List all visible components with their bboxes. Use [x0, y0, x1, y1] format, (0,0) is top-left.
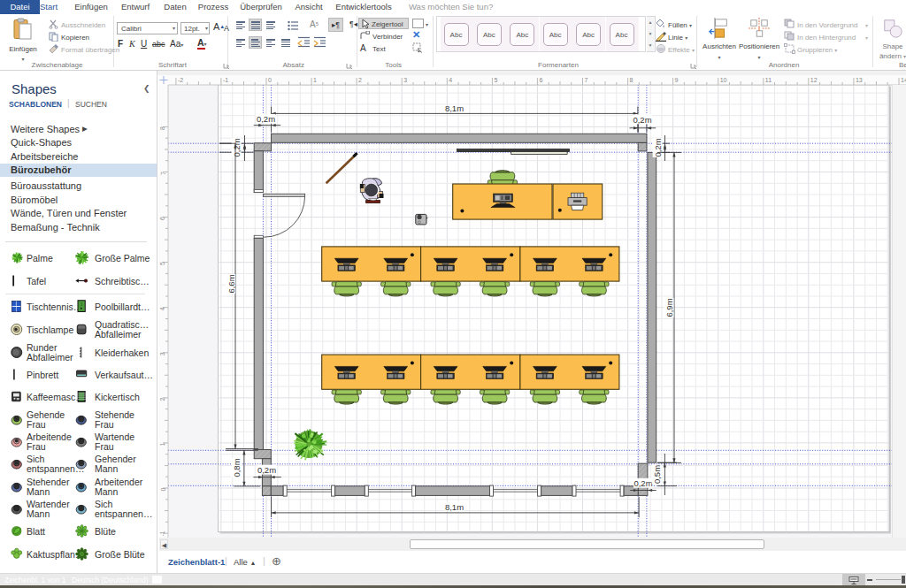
svg-text:1: 1 — [313, 77, 317, 83]
svg-text:0: 0 — [160, 488, 166, 492]
svg-text:0,2m: 0,2m — [633, 115, 651, 125]
svg-text:-1: -1 — [160, 531, 166, 536]
svg-text:0,5m: 0,5m — [652, 465, 662, 484]
svg-text:7: 7 — [585, 77, 588, 83]
svg-text:2: 2 — [358, 77, 362, 83]
svg-text:6: 6 — [539, 77, 542, 83]
svg-text:2: 2 — [160, 397, 166, 401]
svg-text:3: 3 — [160, 352, 166, 355]
svg-text:8,1m: 8,1m — [445, 103, 464, 113]
svg-text:14: 14 — [901, 77, 906, 83]
svg-text:10: 10 — [720, 77, 727, 83]
svg-text:7: 7 — [160, 172, 166, 175]
svg-text:1: 1 — [160, 442, 166, 446]
svg-text:3: 3 — [403, 77, 407, 83]
svg-text:0,2m: 0,2m — [257, 465, 276, 475]
svg-text:9: 9 — [675, 77, 679, 83]
svg-text:8: 8 — [160, 126, 166, 130]
svg-text:4: 4 — [449, 77, 452, 83]
svg-text:0,8m: 0,8m — [232, 458, 242, 477]
svg-text:5: 5 — [160, 262, 166, 265]
svg-text:0,2m: 0,2m — [633, 478, 652, 488]
svg-text:8,1m: 8,1m — [445, 502, 464, 512]
svg-text:6: 6 — [160, 217, 166, 220]
svg-text:8: 8 — [630, 77, 633, 83]
svg-text:4: 4 — [160, 307, 166, 310]
svg-text:12: 12 — [810, 77, 818, 83]
svg-text:0,2m: 0,2m — [232, 138, 242, 157]
svg-text:6,6m: 6,6m — [226, 274, 236, 293]
svg-text:6,9m: 6,9m — [664, 298, 674, 317]
svg-text:11: 11 — [765, 77, 772, 83]
svg-text:-2: -2 — [178, 77, 183, 83]
svg-text:-1: -1 — [223, 77, 228, 83]
svg-text:5: 5 — [494, 77, 497, 83]
svg-text:13: 13 — [856, 77, 863, 83]
svg-text:0,2m: 0,2m — [257, 114, 275, 124]
svg-text:0,2m: 0,2m — [653, 138, 663, 157]
svg-text:0: 0 — [268, 77, 272, 83]
